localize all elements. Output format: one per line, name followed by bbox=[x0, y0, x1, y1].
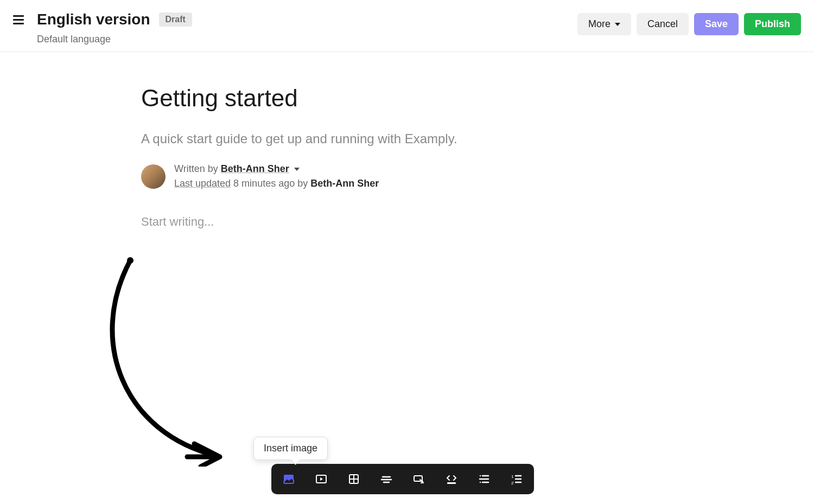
list-decrease-indent-icon bbox=[478, 473, 491, 486]
page-title: English version bbox=[37, 11, 150, 28]
more-button-label: More bbox=[588, 18, 610, 30]
image-icon bbox=[282, 473, 295, 486]
toolbar-insert-image-button[interactable] bbox=[280, 470, 297, 488]
annotation-arrow bbox=[103, 255, 244, 467]
document-subtitle[interactable]: A quick start guide to get up and runnin… bbox=[141, 131, 543, 146]
time-ago: 8 minutes ago bbox=[233, 178, 295, 189]
toolbar-insert-table-button[interactable] bbox=[345, 470, 363, 488]
document-title[interactable]: Getting started bbox=[141, 85, 543, 112]
svg-text:2: 2 bbox=[511, 481, 514, 486]
svg-text:1: 1 bbox=[511, 474, 514, 479]
cancel-button[interactable]: Cancel bbox=[637, 13, 689, 35]
hamburger-menu-icon[interactable] bbox=[13, 13, 26, 26]
author-avatar[interactable] bbox=[141, 164, 166, 189]
table-icon bbox=[347, 473, 360, 486]
meta-text: Written by Beth-Ann Sher Last updated 8 … bbox=[174, 162, 379, 191]
tooltip-insert-image: Insert image bbox=[253, 437, 328, 460]
toolbar-list-decrease-indent-button[interactable] bbox=[475, 470, 493, 488]
button-icon bbox=[412, 473, 425, 486]
last-updated-link[interactable]: Last updated bbox=[174, 178, 231, 189]
svg-rect-11 bbox=[447, 482, 456, 484]
updated-by-name: Beth-Ann Sher bbox=[310, 178, 379, 189]
more-button[interactable]: More bbox=[577, 13, 631, 35]
header-actions: More Cancel Save Publish bbox=[577, 13, 801, 35]
list-increase-indent-icon: 1 2 bbox=[510, 473, 523, 486]
header-title-block: English version Draft Default language bbox=[37, 11, 577, 45]
caret-down-icon bbox=[615, 23, 620, 26]
toolbar-insert-divider-button[interactable] bbox=[378, 470, 395, 488]
author-name-link[interactable]: Beth-Ann Sher bbox=[221, 163, 289, 174]
document-meta: Written by Beth-Ann Sher Last updated 8 … bbox=[141, 162, 543, 191]
svg-point-15 bbox=[480, 475, 481, 476]
status-badge: Draft bbox=[159, 12, 192, 27]
divider-icon bbox=[380, 473, 393, 486]
publish-button[interactable]: Publish bbox=[744, 13, 801, 35]
written-by-label: Written by bbox=[174, 163, 218, 174]
page-header: English version Draft Default language M… bbox=[0, 0, 814, 52]
toolbar-list-increase-indent-button[interactable]: 1 2 bbox=[508, 470, 525, 488]
toolbar-insert-video-button[interactable] bbox=[313, 470, 330, 488]
editor-content: Getting started A quick start guide to g… bbox=[0, 52, 543, 229]
toolbar-insert-button-button[interactable] bbox=[410, 470, 428, 488]
code-icon bbox=[445, 473, 458, 486]
video-icon bbox=[315, 473, 328, 486]
by-label: by bbox=[297, 178, 308, 189]
page-subtitle: Default language bbox=[37, 34, 577, 45]
author-dropdown-caret-icon[interactable] bbox=[294, 168, 300, 171]
toolbar-insert-code-button[interactable] bbox=[443, 470, 460, 488]
editor-body-placeholder[interactable]: Start writing... bbox=[141, 215, 543, 229]
svg-point-0 bbox=[127, 257, 133, 264]
save-button[interactable]: Save bbox=[694, 13, 739, 35]
svg-point-16 bbox=[480, 482, 481, 483]
editor-toolbar: 1 2 bbox=[271, 464, 534, 494]
